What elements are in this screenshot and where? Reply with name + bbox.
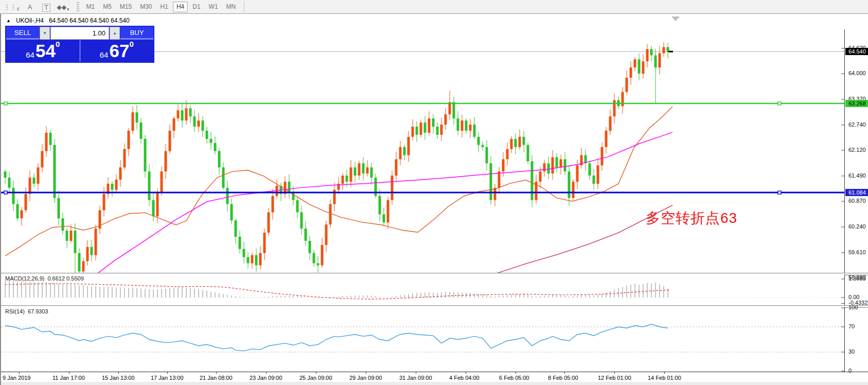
time-axis-label: 17 Jan 13:00: [151, 375, 184, 381]
chart-grid-icon[interactable]: ⋮⋮F: [3, 2, 21, 12]
time-axis-tick: [416, 372, 416, 374]
time-axis-label: 15 Jan 13:00: [102, 375, 135, 381]
chart-header: ▲ UKOil-,H4 64.540 64.540 64.540 64.540: [6, 17, 130, 24]
resistance-hline-handle: [778, 102, 781, 105]
toolbar-separator: [244, 1, 244, 12]
timeframe-button-m15[interactable]: M15: [116, 2, 135, 12]
time-axis-tick: [216, 372, 217, 374]
chart-title: UKOil-,H4: [16, 17, 44, 24]
rsi-panel-canvas[interactable]: [1, 307, 845, 372]
time-axis-label: 4 Feb 04:00: [449, 375, 480, 381]
support-price-badge: 61.084: [845, 189, 868, 196]
drawing-tools-group: ⋮⋮FAT◆◆▾: [2, 2, 72, 12]
timeframe-button-m1[interactable]: M1: [83, 2, 99, 12]
timeframe-button-w1[interactable]: W1: [205, 2, 222, 12]
rsi-label: RSI(14)67.9303: [5, 308, 48, 314]
price-tick: 62.740: [848, 121, 868, 128]
resistance-hline-handle: [4, 102, 7, 105]
time-axis-tick: [466, 372, 466, 374]
one-click-trading-panel: SELL ▼ ▲ BUY 64540 64670: [5, 26, 154, 63]
buy-button[interactable]: BUY: [120, 27, 153, 40]
macd-tick: 0.00: [848, 294, 868, 300]
price-tick: 59.610: [848, 249, 868, 255]
chart-window[interactable]: ▲ UKOil-,H4 64.540 64.540 64.540 64.540 …: [0, 14, 868, 385]
text-label-icon[interactable]: T: [40, 2, 54, 12]
price-tick: 60.870: [848, 198, 868, 204]
volume-decrease-button[interactable]: ▼: [40, 27, 50, 40]
toolbar-grip[interactable]: [77, 2, 79, 11]
timeframe-button-h1[interactable]: H1: [157, 2, 172, 12]
mt4-terminal: ⋮⋮FAT◆◆▾ M1M5M15M30H1H4D1W1MN ▲ UKOil-,H…: [0, 0, 868, 385]
time-axis-label: 14 Feb 01:00: [648, 375, 681, 381]
macd-tick: 1.3683: [848, 275, 868, 282]
timeframe-buttons-group: M1M5M15M30H1H4D1W1MN: [82, 2, 240, 12]
price-tick: 60.240: [848, 223, 868, 230]
timeframe-button-mn[interactable]: MN: [223, 2, 240, 12]
time-axis-tick: [366, 372, 366, 374]
macd-label: MACD(12,26,9)0.6612 0.5509: [5, 275, 84, 282]
time-axis-tick: [167, 372, 168, 374]
timeframe-button-d1[interactable]: D1: [189, 2, 204, 12]
time-axis-label: 31 Jan 09:00: [399, 375, 432, 381]
time-axis-tick: [316, 372, 316, 374]
price-tick: 61.490: [848, 172, 868, 179]
volume-increase-button[interactable]: ▲: [110, 27, 120, 40]
sell-button[interactable]: SELL: [6, 27, 39, 40]
time-axis-label: 6 Feb 05:00: [499, 375, 529, 381]
volume-input[interactable]: [50, 27, 109, 40]
time-marker-icon: [671, 16, 680, 21]
chart-annotation-text: 多空转折点63: [646, 208, 737, 228]
time-axis-label: 29 Jan 09:00: [349, 375, 382, 381]
collapse-arrow-icon[interactable]: ▲: [6, 18, 11, 23]
toolbar: ⋮⋮FAT◆◆▾ M1M5M15M30H1H4D1W1MN: [0, 0, 868, 14]
time-axis-label: 23 Jan 09:00: [250, 375, 282, 381]
main-chart-canvas[interactable]: [1, 29, 845, 273]
resistance-price-badge: 63.268: [845, 100, 868, 107]
current-price-badge: 64.540: [845, 48, 868, 55]
time-axis-tick: [19, 372, 20, 374]
time-axis-label: 12 Feb 01:00: [598, 375, 631, 381]
time-axis-tick: [266, 372, 267, 374]
rsi-tick: 70: [848, 323, 868, 329]
time-axis-label: 9 Jan 2019: [3, 375, 30, 381]
time-axis-tick: [614, 372, 615, 374]
timeframe-button-m30[interactable]: M30: [136, 2, 155, 12]
timeframe-button-m5[interactable]: M5: [99, 2, 115, 12]
time-axis-tick: [118, 372, 119, 374]
chart-quotes: 64.540 64.540 64.540 64.540: [49, 17, 130, 24]
price-tick: 62.120: [848, 147, 868, 153]
time-axis-tick: [664, 372, 665, 374]
rsi-tick: 100: [848, 304, 868, 310]
shapes-arrows-icon[interactable]: ◆◆▾: [56, 2, 70, 12]
buy-price-display[interactable]: 64670: [80, 40, 154, 62]
text-a-icon[interactable]: A: [23, 2, 38, 12]
time-axis-tick: [564, 372, 565, 374]
sell-price-display[interactable]: 64540: [6, 40, 80, 62]
support-hline-handle: [778, 191, 781, 194]
rsi-tick: 30: [848, 348, 868, 355]
time-axis-label: 11 Jan 17:00: [52, 375, 85, 381]
time-axis-label: 8 Feb 05:00: [548, 375, 578, 381]
macd-panel-canvas[interactable]: [1, 274, 845, 305]
window-bottom-edge: [1, 382, 868, 385]
time-axis-tick: [69, 372, 69, 374]
timeframe-button-h4[interactable]: H4: [173, 2, 188, 12]
time-axis-label: 25 Jan 09:00: [299, 375, 332, 381]
price-tick: 64.000: [848, 70, 868, 76]
time-axis-label: 21 Jan 08:00: [200, 375, 233, 381]
time-axis-tick: [516, 372, 516, 374]
support-hline-handle: [4, 191, 7, 194]
